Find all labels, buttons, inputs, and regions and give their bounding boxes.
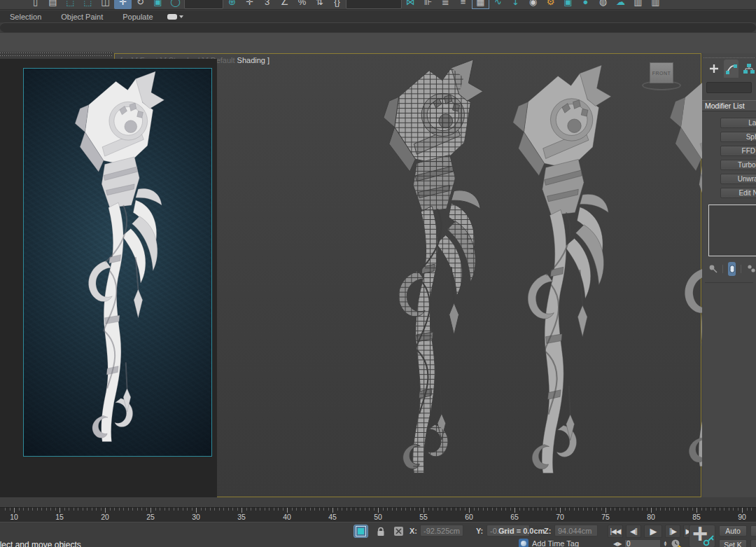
rendered-frame-icon[interactable]: ▣ [559,0,577,9]
render-production-icon[interactable]: ● [577,0,594,9]
ref-coord-field[interactable] [184,0,223,9]
render-elements-icon[interactable]: ▥ [629,0,647,9]
object-name-field[interactable] [706,82,752,93]
modifier-stack-list[interactable] [708,205,756,256]
viewport-label-shading[interactable]: Shading ] [237,56,270,64]
use-center-icon[interactable]: ⊕ [223,0,241,9]
pivot-dropdown-icon[interactable]: ◯ [167,0,184,9]
selection-lock-toggle[interactable] [374,525,387,537]
named-selection-field[interactable] [346,0,402,9]
next-frame-button[interactable]: ||▶ [665,525,680,538]
modifier-button-lattice[interactable]: Lattice [720,118,756,128]
ruler-tick [533,508,533,511]
make-unique-button[interactable] [746,262,756,276]
model-staff-edged-faces[interactable] [501,65,622,488]
snap-toggle-3d-icon[interactable]: 3 [258,0,276,9]
ruler-frame-label: 30 [192,513,200,521]
curve-editor-icon[interactable]: ∿ [489,0,507,9]
ruler-tick [201,508,202,511]
circle-selection-region-icon[interactable]: ⬚ [79,0,97,9]
selected-dropdown[interactable]: Sele [750,525,756,536]
isolate-selection-toggle[interactable] [354,525,368,538]
current-frame-field[interactable]: 0 [624,539,661,547]
ruler-tick [365,508,365,511]
tab-create[interactable] [706,60,721,78]
absolute-mode-transform-typein[interactable] [392,525,405,537]
ruler-frame-label: 50 [374,513,382,521]
show-end-result-button[interactable] [728,262,736,276]
render-setup-icon[interactable]: ⚙ [542,0,559,9]
ruler-frame-label: 15 [55,513,64,521]
ruler-tick [587,508,588,511]
ruler-tick [510,508,511,511]
window-crossing-icon[interactable]: ◫ [97,0,114,9]
ruler-tick [715,508,715,511]
modifier-button-ffd4x4x4[interactable]: FFD 4x4x4 [720,146,756,156]
model-staff-wireframe[interactable] [372,60,493,488]
ruler-tick [114,508,115,511]
modifier-button-spherify[interactable]: Spherify [720,132,756,142]
ruler-tick [351,508,351,511]
tab-hierarchy[interactable] [741,60,756,78]
ruler-major-tick [469,508,470,513]
frame-spinner[interactable]: ▲▼ [662,539,668,547]
ribbon-options-button[interactable] [167,14,186,20]
ribbon-tab-object-paint[interactable]: Object Paint [51,13,113,21]
select-and-scale-icon[interactable]: ▣ [149,0,167,9]
set-key-mode-button[interactable]: Set K [719,539,747,547]
ruler-tick [10,508,10,511]
key-filters-button[interactable] [750,539,756,547]
time-slider-track[interactable] [0,497,756,507]
ribbon-tab-selection[interactable]: Selection [0,13,51,21]
select-object-icon[interactable]: ▯ [27,0,44,9]
scene-explorer-icon[interactable]: ≡ [454,0,472,9]
select-manipulate-icon[interactable]: ✛ [241,0,258,9]
x-coordinate-field[interactable]: -92.525cm [420,525,463,536]
add-time-tag[interactable]: Add Time Tag [519,539,579,547]
auto-key-button[interactable]: Auto [719,525,747,536]
modifier-button-edit-normals[interactable]: Edit Normals [720,188,756,198]
z-coordinate-field[interactable]: 94.044cm [554,525,598,536]
ruler-tick [665,508,666,511]
percent-snap-icon[interactable]: % [293,0,311,9]
ruler-major-tick [424,508,424,513]
ruler-frame-label: 45 [328,513,337,521]
render-iterative-icon[interactable]: ◍ [594,0,612,9]
ruler-tick [656,508,657,511]
material-editor-icon[interactable]: ◉ [524,0,542,9]
modifier-button-turbosmooth[interactable]: TurboSmooth [720,160,756,170]
key-mode-toggle[interactable]: ◀▶ [613,541,622,547]
toggle-ribbon-icon[interactable]: ▦ [472,0,489,9]
render-stats-icon[interactable]: ▥ [647,0,664,9]
rect-selection-region-icon[interactable]: ⬚ [62,0,79,9]
panel-drag-grip[interactable] [0,52,113,58]
angle-snap-icon[interactable]: ∠ [276,0,293,9]
ruler-tick [396,508,397,511]
time-configuration-button[interactable] [671,539,682,547]
layer-manager-icon[interactable]: ≣ [437,0,454,9]
modifier-list-dropdown[interactable]: Modifier List [702,100,756,111]
ruler-tick [205,508,206,511]
modifier-button-unwrap-uvw[interactable]: Unwrap UVW [720,174,756,184]
mirror-icon[interactable]: ⋈ [402,0,419,9]
ruler-tick [465,508,465,511]
select-and-move-icon[interactable]: ✛ [114,0,132,9]
ribbon-tab-bar: Selection Object Paint Populate [0,11,756,22]
play-button[interactable]: ▶ [644,525,662,538]
select-and-rotate-icon[interactable]: ↻ [132,0,149,9]
spinner-snap-icon[interactable]: ⇅ [311,0,328,9]
schematic-view-icon[interactable]: ↧ [507,0,524,9]
previous-frame-button[interactable]: ◀|| [626,525,641,538]
edit-named-selection-icon[interactable]: {} [328,0,346,9]
pin-stack-button[interactable] [708,262,718,276]
tab-modify[interactable] [724,60,738,78]
ribbon-tab-populate[interactable]: Populate [113,13,162,21]
timeline-ruler[interactable]: 1015202530354045505560657075808590 [0,507,756,522]
workspace-band [0,32,756,53]
ruler-tick [119,508,120,511]
go-to-start-button[interactable]: |◀◀ [608,525,623,538]
render-in-cloud-icon[interactable]: ☁ [612,0,629,9]
select-by-name-icon[interactable]: ▤ [44,0,62,9]
ribbon-collapsed-bar[interactable] [0,22,756,32]
align-icon[interactable]: ⊪ [419,0,437,9]
